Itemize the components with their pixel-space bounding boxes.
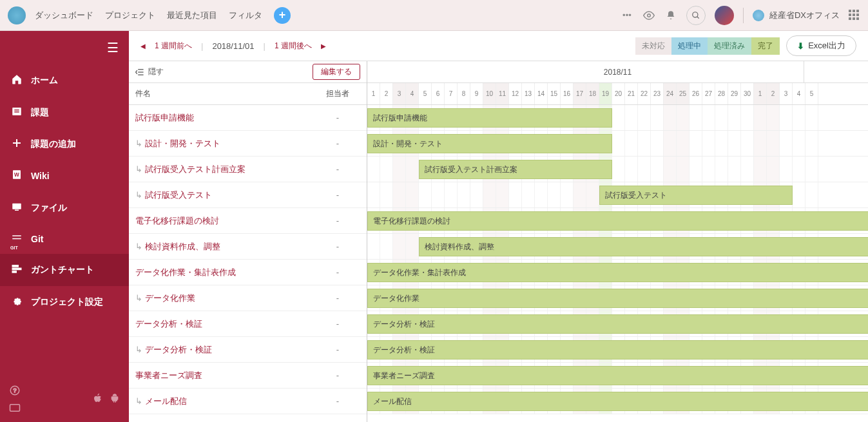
day-header: 1234567891011121314151617181920212223242… — [367, 83, 868, 105]
gantt-bar[interactable]: 試行版受入テスト — [599, 186, 793, 205]
svg-rect-10 — [12, 204, 21, 209]
gantt-bar[interactable]: 試行版申請機能 — [367, 108, 612, 128]
day-cell: 14 — [535, 83, 548, 104]
apple-icon[interactable] — [93, 392, 103, 407]
task-name-link[interactable]: 設計・開発・テスト — [135, 138, 315, 149]
gantt-bar[interactable]: 事業者ニーズ調査 — [367, 366, 868, 385]
task-row: 検討資料作成、調整- — [129, 234, 367, 260]
task-assignee: - — [315, 396, 360, 406]
task-name-link[interactable]: 試行版受入テスト — [135, 189, 315, 201]
edit-button[interactable]: 編集する — [313, 64, 360, 80]
excel-export-button[interactable]: ⬇ Excel出力 — [786, 35, 856, 56]
svg-rect-16 — [12, 271, 16, 273]
day-cell: 3 — [393, 83, 406, 104]
task-name-link[interactable]: データ分析・検証 — [135, 344, 315, 356]
nav-filter[interactable]: フィルタ — [229, 10, 262, 21]
task-name-link[interactable]: データ化作業 — [135, 293, 315, 304]
app-logo[interactable] — [8, 6, 26, 24]
task-assignee: - — [315, 139, 360, 148]
gantt-row: 試行版申請機能 — [367, 105, 868, 131]
sidebar-item-home[interactable]: ホーム — [0, 64, 129, 97]
gantt-bar[interactable]: データ化作業 — [367, 289, 868, 308]
project-selector[interactable]: 経産省DXオフィス — [753, 10, 840, 21]
task-assignee: - — [315, 345, 360, 354]
sidebar-item-add-issue[interactable]: 課題の追加 — [0, 129, 129, 160]
gantt-row: データ分析・検証 — [367, 311, 868, 337]
task-name-link[interactable]: 検討資料作成、調整 — [135, 241, 315, 253]
gantt-bar[interactable]: 設計・開発・テスト — [367, 134, 612, 153]
day-cell: 30 — [741, 83, 754, 104]
gantt-bar[interactable]: 検討資料作成、調整 — [419, 237, 868, 256]
next-week-link[interactable]: 1 週間後へ — [275, 41, 312, 52]
keyboard-icon[interactable] — [9, 403, 21, 414]
gantt-bar[interactable]: 電子化移行課題の検討 — [367, 211, 868, 231]
day-cell: 6 — [432, 83, 445, 104]
nav-recent[interactable]: 最近見た項目 — [167, 10, 217, 21]
android-icon[interactable] — [110, 392, 120, 407]
bell-icon[interactable] — [664, 9, 677, 22]
day-cell: 19 — [599, 83, 612, 104]
nav-dashboard[interactable]: ダッシュボード — [35, 10, 93, 21]
gantt-bar[interactable]: データ分析・検証 — [367, 314, 868, 334]
gear-icon — [10, 295, 23, 309]
day-cell: 21 — [625, 83, 638, 104]
sidebar-footer: ? — [0, 377, 129, 422]
project-name: 経産省DXオフィス — [769, 10, 840, 21]
sidebar-label: ファイル — [31, 202, 67, 214]
apps-icon[interactable] — [849, 10, 860, 21]
day-cell: 28 — [715, 83, 728, 104]
task-name-link[interactable]: 試行版受入テスト計画立案 — [135, 164, 315, 175]
project-icon — [753, 10, 764, 21]
add-button[interactable]: + — [274, 7, 291, 24]
task-name-link[interactable]: 事業者ニーズ調査 — [135, 370, 315, 381]
gantt-right-pane: 2018/11 12345678910111213141516171819202… — [367, 61, 868, 422]
svg-point-0 — [648, 14, 651, 17]
gantt-bar[interactable]: メール配信 — [367, 392, 868, 411]
task-row: 試行版受入テスト- — [129, 182, 367, 208]
arrow-right-icon[interactable]: ▶ — [321, 43, 326, 50]
day-cell: 12 — [509, 83, 522, 104]
task-name-link[interactable]: 試行版申請機能 — [135, 112, 315, 124]
watch-icon[interactable] — [642, 9, 655, 22]
task-row: データ分析・検証- — [129, 311, 367, 337]
task-name-link[interactable]: メール配信 — [135, 396, 315, 407]
gantt-bar[interactable]: データ化作業・集計表作成 — [367, 263, 868, 282]
sidebar-item-issues[interactable]: 課題 — [0, 97, 129, 129]
prev-week-link[interactable]: 1 週間前へ — [155, 41, 192, 52]
sidebar-item-wiki[interactable]: W Wiki — [0, 160, 129, 192]
sidebar: ☰ ホーム 課題 課題の追加 W Wiki — [0, 31, 129, 422]
arrow-left-icon[interactable]: ◀ — [140, 43, 146, 50]
task-assignee: - — [315, 190, 360, 200]
status-chip: 完了 — [751, 37, 780, 55]
more-icon[interactable]: ••• — [621, 9, 633, 22]
sidebar-item-gantt[interactable]: ガントチャート — [0, 254, 129, 286]
task-name-link[interactable]: 電子化移行課題の検討 — [135, 215, 315, 227]
plus-icon — [10, 138, 23, 151]
sidebar-label: 課題の追加 — [31, 139, 76, 150]
task-name-link[interactable]: データ分析・検証 — [135, 318, 315, 330]
gantt-row: 設計・開発・テスト — [367, 131, 868, 157]
task-row: データ化作業- — [129, 285, 367, 311]
gantt-bar[interactable]: 試行版受入テスト計画立案 — [419, 160, 612, 179]
search-button[interactable] — [686, 6, 706, 25]
sidebar-item-file[interactable]: ファイル — [0, 192, 129, 224]
day-cell: 22 — [638, 83, 651, 104]
hide-button[interactable]: 隠す — [135, 66, 164, 77]
sidebar-item-git[interactable]: GIT Git — [0, 224, 129, 254]
menu-toggle-icon[interactable]: ☰ — [97, 31, 129, 64]
svg-rect-11 — [15, 210, 19, 211]
task-name-link[interactable]: データ化作業・集計表作成 — [135, 267, 315, 278]
day-cell: 3 — [780, 83, 793, 104]
sidebar-item-settings[interactable]: プロジェクト設定 — [0, 286, 129, 318]
day-cell: 16 — [561, 83, 574, 104]
help-icon[interactable]: ? — [9, 385, 21, 398]
task-assignee: - — [315, 164, 360, 174]
task-row: データ分析・検証- — [129, 337, 367, 363]
user-avatar[interactable] — [715, 6, 734, 25]
gantt-bar[interactable]: データ分析・検証 — [367, 340, 868, 360]
nav-project[interactable]: プロジェクト — [105, 10, 155, 21]
task-assignee: - — [315, 370, 360, 380]
day-cell: 11 — [496, 83, 509, 104]
task-row: データ化作業・集計表作成- — [129, 260, 367, 285]
column-header-assignee: 担当者 — [315, 88, 360, 99]
